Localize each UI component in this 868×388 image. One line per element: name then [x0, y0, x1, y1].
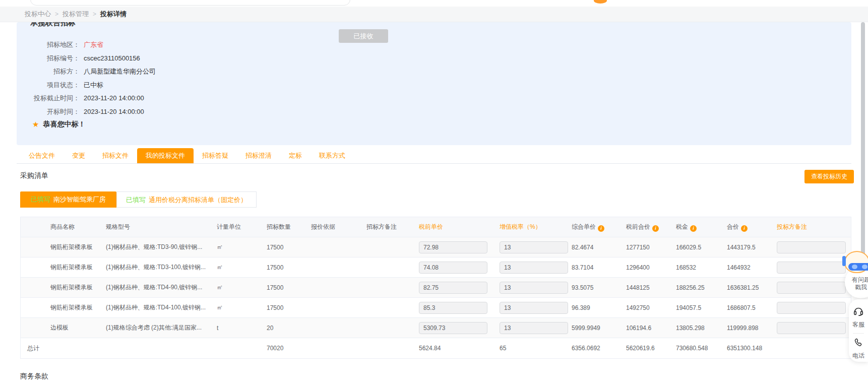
- filled-status-badge: 已填写: [31, 196, 50, 203]
- subtab-label: 通用价税分离招标清单（固定价）: [149, 196, 247, 204]
- vat-rate-input[interactable]: [500, 241, 568, 253]
- vat-rate-input[interactable]: [500, 262, 568, 274]
- mascot-head-icon: [844, 251, 868, 273]
- assistant-bubble-text: 有问题: [845, 276, 868, 284]
- cell-pretax-total: 1448125: [626, 284, 676, 291]
- cell-product-name: 钢筋桁架楼承板: [21, 243, 106, 251]
- table-row: 钢筋桁架楼承板 (1)钢材品种、规格:TD3-90,镀锌钢... ㎡ 17500…: [21, 237, 851, 257]
- subtab-nansha-plant[interactable]: 已填写南沙智能驾乘厂房: [20, 191, 116, 208]
- mascot-goggles-icon: [848, 263, 868, 271]
- accepted-status-button[interactable]: 已接收: [339, 29, 388, 43]
- total-pretax-unit-price: 5624.84: [419, 345, 500, 352]
- project-fields: 招标地区：广东省 招标编号：cscec23110500156 招标方：八局新型建…: [17, 38, 156, 118]
- table-total-row: 总计 70020 5624.84 65 6356.0692 5620619.6 …: [21, 338, 851, 358]
- cell-spec: (1)钢材品种、规格:TD3-100,镀锌钢...: [106, 263, 217, 272]
- phone-label[interactable]: 电话: [852, 352, 864, 360]
- col-qty: 招标数量: [267, 223, 311, 231]
- tab-announcement-files[interactable]: 公告文件: [20, 148, 64, 163]
- breadcrumb-item-bid-detail: 投标详情: [100, 10, 127, 19]
- cell-product-name: 钢筋桁架楼承板: [21, 283, 106, 292]
- breadcrumb-item-bid-management[interactable]: 投标管理: [63, 10, 89, 19]
- col-pretax-total: 税前合价i: [626, 223, 676, 232]
- customer-service-panel: 客服 电话: [849, 299, 868, 362]
- divider: [853, 333, 864, 334]
- headset-icon[interactable]: [853, 305, 864, 318]
- star-icon: ★: [32, 120, 39, 129]
- cell-combined-unit-price: 5999.9949: [572, 325, 626, 332]
- pretax-price-input[interactable]: [419, 302, 487, 314]
- field-label: 招标地区：: [17, 38, 80, 52]
- cell-qty: 17500: [267, 304, 311, 311]
- view-bid-history-button[interactable]: 查看投标历史: [804, 170, 854, 183]
- col-spec: 规格型号: [106, 223, 217, 231]
- total-pretax-total: 5620619.6: [626, 345, 676, 352]
- subtab-general-price-tax-list[interactable]: 已填写通用价税分离招标清单（固定价）: [116, 191, 257, 208]
- pretax-price-input[interactable]: [419, 241, 487, 253]
- bidder-note-input[interactable]: [777, 241, 846, 253]
- total-combined-unit-price: 6356.0692: [572, 345, 626, 352]
- table-header-row: 商品名称 规格型号 计量单位 招标数量 报价依据 招标方备注 税前单价 增值税率…: [21, 217, 851, 237]
- field-label: 招标方：: [17, 65, 80, 79]
- field-label: 开标时间：: [17, 105, 80, 119]
- tab-tender-files[interactable]: 招标文件: [94, 148, 137, 163]
- cell-tax: 168532: [676, 264, 727, 271]
- cell-product-name: 钢筋桁架楼承板: [21, 303, 106, 312]
- bid-detail-page: 投标中心 > 投标管理 > 投标详情 承揽联合招标 已接收 招标地区：广东省 招…: [0, 0, 868, 388]
- breadcrumb-item-bid-center[interactable]: 投标中心: [25, 10, 51, 19]
- bidder-note-input[interactable]: [777, 262, 846, 274]
- vat-rate-input[interactable]: [500, 282, 568, 294]
- cell-total: 1636381.25: [727, 284, 777, 291]
- phone-icon[interactable]: [853, 338, 863, 350]
- pretax-price-input[interactable]: [419, 322, 487, 334]
- cell-combined-unit-price: 82.4674: [572, 244, 626, 251]
- info-icon[interactable]: i: [652, 225, 659, 232]
- cell-unit: ㎡: [217, 283, 267, 292]
- info-icon[interactable]: i: [598, 225, 604, 232]
- field-value-region: 广东省: [84, 38, 103, 52]
- customer-service-label[interactable]: 客服: [852, 320, 864, 329]
- assistant-mascot[interactable]: [842, 249, 868, 275]
- cell-pretax-total: 1277150: [626, 244, 676, 251]
- pretax-price-input[interactable]: [419, 262, 487, 274]
- subtab-label: 南沙智能驾乘厂房: [53, 196, 106, 203]
- tab-tender-qa[interactable]: 招标答疑: [194, 148, 237, 163]
- cell-unit: t: [217, 325, 267, 332]
- project-summary-panel: 承揽联合招标 已接收 招标地区：广东省 招标编号：cscec2311050015…: [17, 22, 851, 145]
- business-terms-title: 商务条款: [20, 372, 48, 381]
- tab-changes[interactable]: 变更: [64, 148, 94, 163]
- cell-pretax-total: 1296400: [626, 264, 676, 271]
- field-row: 投标截止时间：2023-11-20 14:00:00: [17, 92, 156, 105]
- procurement-table: 商品名称 规格型号 计量单位 招标数量 报价依据 招标方备注 税前单价 增值税率…: [20, 217, 851, 359]
- bidder-note-input[interactable]: [777, 282, 846, 294]
- field-label: 招标编号：: [17, 52, 80, 66]
- tab-my-bid-files[interactable]: 我的投标文件: [137, 148, 194, 163]
- field-row: 招标方：八局新型建造华南分公司: [17, 65, 156, 79]
- info-icon[interactable]: i: [741, 225, 748, 232]
- total-label: 总计: [21, 344, 106, 353]
- bidder-note-input[interactable]: [777, 302, 846, 314]
- tabs-divider: [17, 163, 851, 164]
- project-title: 承揽联合招标: [30, 22, 76, 28]
- vat-rate-input[interactable]: [500, 302, 568, 314]
- col-unit: 计量单位: [217, 223, 267, 231]
- cell-pretax-total: 1492750: [626, 304, 676, 311]
- total-qty: 70020: [267, 345, 311, 352]
- field-value-tenderer: 八局新型建造华南分公司: [84, 65, 156, 79]
- vat-rate-input[interactable]: [500, 322, 568, 334]
- cell-qty: 20: [267, 325, 311, 332]
- mascot-antenna-icon: [842, 256, 846, 266]
- cell-product-name: 钢筋桁架楼承板: [21, 263, 106, 272]
- pretax-price-input[interactable]: [419, 282, 487, 294]
- field-label: 投标截止时间：: [17, 92, 80, 105]
- tab-contact[interactable]: 联系方式: [311, 148, 354, 163]
- bidder-note-input[interactable]: [777, 322, 846, 334]
- info-icon[interactable]: i: [690, 225, 697, 232]
- field-value-tender-no: cscec23110500156: [84, 52, 140, 66]
- field-value-open-time: 2023-11-20 14:00:00: [84, 105, 144, 119]
- cell-tax: 194057.5: [676, 304, 727, 311]
- cell-tax: 13805.298: [676, 325, 727, 332]
- tab-tender-clarification[interactable]: 招标澄清: [237, 148, 280, 163]
- cell-product-name: 边模板: [21, 324, 106, 332]
- tab-award[interactable]: 定标: [280, 148, 311, 163]
- col-bidder-note: 投标方备注: [777, 223, 852, 231]
